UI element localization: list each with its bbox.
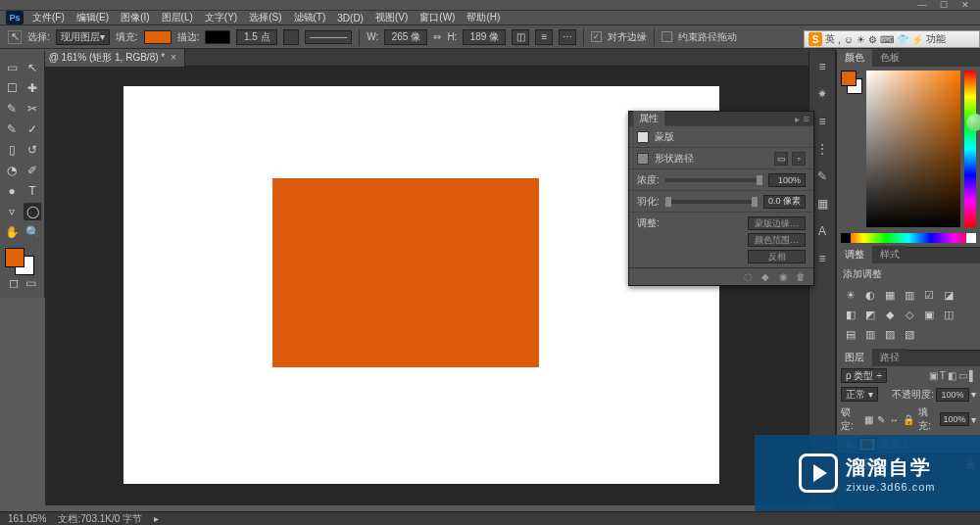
- tool-gradient[interactable]: ✐: [24, 162, 41, 179]
- constrain-checkbox[interactable]: [662, 31, 672, 42]
- ime-keyboard-icon[interactable]: ⌨: [880, 34, 894, 45]
- current-tool-icon[interactable]: ↖: [8, 30, 22, 44]
- menu-filter[interactable]: 滤镜(T): [291, 11, 329, 24]
- maximize-button[interactable]: ☐: [933, 0, 955, 10]
- screenmode-icon[interactable]: ▭: [24, 276, 38, 290]
- tool-direct-select[interactable]: ▿: [3, 203, 21, 220]
- menu-image[interactable]: 图像(I): [118, 11, 152, 24]
- adj-hue-icon[interactable]: ◪: [941, 287, 956, 303]
- menu-3d[interactable]: 3D(D): [334, 13, 367, 24]
- adj-color-lookup-icon[interactable]: ◇: [902, 307, 917, 322]
- tool-pen[interactable]: ●: [3, 182, 21, 200]
- density-value[interactable]: 100%: [768, 173, 806, 187]
- filter-pixel-icon[interactable]: ▣: [929, 370, 938, 381]
- delete-mask-icon[interactable]: 🗑: [794, 270, 808, 284]
- adj-bw-icon[interactable]: ◧: [843, 307, 858, 322]
- menu-help[interactable]: 帮助(H): [464, 11, 503, 24]
- adj-vibrance-icon[interactable]: ☑: [921, 287, 937, 303]
- ime-toolbar[interactable]: S 英 , ☺ ☀ ⚙ ⌨ 👕 ⚡ 功能: [804, 30, 980, 48]
- fill-opacity-field[interactable]: 100%: [940, 412, 969, 426]
- properties-panel[interactable]: 属性 ▸ ≡ 蒙版 形状路径 ▭ ▫ 浓度: 100% 羽化: 0.0 像素 调…: [628, 111, 814, 286]
- blend-mode-dropdown[interactable]: 正常 ▾: [841, 387, 878, 402]
- dock-info-icon[interactable]: ⋮: [812, 139, 832, 159]
- tool-lasso[interactable]: ✚: [24, 79, 41, 97]
- tool-crop[interactable]: ✎: [3, 100, 21, 118]
- toggle-mask-icon[interactable]: ◉: [776, 270, 790, 284]
- dock-pen-icon[interactable]: ✎: [812, 167, 832, 186]
- layer-kind-dropdown[interactable]: ρ 类型 ÷: [841, 368, 887, 383]
- adj-invert-icon[interactable]: ▣: [921, 307, 937, 322]
- adj-threshold-icon[interactable]: ▤: [843, 326, 858, 342]
- invert-button[interactable]: 反相: [748, 250, 806, 263]
- tool-move[interactable]: ▭: [3, 59, 21, 76]
- styles-tab[interactable]: 样式: [872, 246, 907, 263]
- ime-gear-icon[interactable]: ⚙: [868, 34, 877, 45]
- tool-eraser[interactable]: ◔: [3, 162, 21, 179]
- color-range-button[interactable]: 颜色范围…: [748, 233, 806, 247]
- fill-color-swatch[interactable]: [144, 30, 172, 44]
- rectangle-shape[interactable]: [272, 178, 539, 367]
- menu-type[interactable]: 文字(Y): [202, 11, 240, 24]
- stroke-color-swatch[interactable]: [205, 30, 230, 44]
- color-tab[interactable]: 颜色: [837, 49, 872, 67]
- stroke-weight-field[interactable]: 1.5 点: [236, 29, 277, 45]
- spectrum-bar[interactable]: [841, 233, 976, 243]
- filter-toggle-icon[interactable]: ▌: [969, 370, 976, 381]
- quickmask-icon[interactable]: ◻: [7, 276, 21, 290]
- status-more-icon[interactable]: ▸: [154, 513, 159, 524]
- height-field[interactable]: 189 像: [463, 29, 506, 45]
- mask-link-icon[interactable]: ▫: [792, 152, 806, 166]
- menu-view[interactable]: 视图(V): [372, 11, 411, 24]
- load-selection-icon[interactable]: ◌: [741, 270, 755, 284]
- menu-select[interactable]: 选择(S): [246, 11, 284, 24]
- tool-path-select[interactable]: ↖: [24, 59, 41, 76]
- path-arrange-icon[interactable]: ≡: [535, 29, 553, 45]
- swatches-tab[interactable]: 色板: [872, 49, 907, 67]
- layers-tab[interactable]: 图层: [837, 349, 872, 366]
- ime-face-icon[interactable]: ☺: [844, 34, 854, 45]
- color-field[interactable]: [866, 71, 960, 227]
- stroke-weight-stepper[interactable]: [283, 29, 299, 45]
- color-fgbg-icon[interactable]: [841, 71, 862, 100]
- mask-edge-button[interactable]: 蒙版边缘…: [748, 216, 806, 230]
- dock-pattern-icon[interactable]: ▦: [812, 194, 832, 214]
- path-options-icon[interactable]: ⋯: [559, 29, 576, 45]
- properties-header[interactable]: 属性 ▸ ≡: [629, 112, 813, 125]
- ime-sun-icon[interactable]: ☀: [857, 34, 865, 45]
- ime-skin-icon[interactable]: 👕: [897, 34, 908, 45]
- stroke-style-dropdown[interactable]: [305, 30, 352, 44]
- color-swatches[interactable]: [3, 248, 41, 273]
- adj-posterize-icon[interactable]: ◫: [941, 307, 956, 322]
- dock-actions-icon[interactable]: ≡: [812, 112, 832, 131]
- dock-brush-icon[interactable]: ✷: [812, 84, 832, 104]
- width-field[interactable]: 265 像: [384, 29, 427, 45]
- ime-lang[interactable]: 英: [825, 32, 835, 46]
- dock-paragraph-icon[interactable]: ≡: [812, 249, 832, 268]
- tool-type[interactable]: T: [24, 182, 41, 200]
- adj-levels-icon[interactable]: ◐: [862, 287, 878, 303]
- link-wh-icon[interactable]: ⇔: [433, 31, 441, 42]
- zoom-level[interactable]: 161.05%: [8, 513, 46, 524]
- apply-mask-icon[interactable]: ◆: [759, 270, 772, 284]
- notification-ball-icon[interactable]: [966, 114, 980, 131]
- filter-shape-icon[interactable]: ▭: [958, 370, 967, 381]
- tool-hand[interactable]: ✋: [3, 223, 21, 241]
- ime-bolt-icon[interactable]: ⚡: [911, 34, 923, 45]
- tool-clone[interactable]: ↺: [24, 141, 41, 159]
- feather-slider[interactable]: [665, 200, 758, 204]
- adj-more-icon[interactable]: ▧: [902, 326, 917, 342]
- tool-eyedropper[interactable]: ✎: [3, 120, 21, 138]
- adjustments-tab[interactable]: 调整: [837, 246, 872, 263]
- filter-adjust-icon[interactable]: ◧: [948, 370, 956, 381]
- align-edges-checkbox[interactable]: ✓: [591, 31, 602, 42]
- dock-char-icon[interactable]: A: [812, 221, 832, 241]
- close-button[interactable]: ✕: [955, 0, 976, 10]
- dock-history-icon[interactable]: ≡: [812, 57, 832, 76]
- close-tab-icon[interactable]: ×: [171, 52, 176, 63]
- menu-file[interactable]: 文件(F): [29, 11, 68, 24]
- lock-position-icon[interactable]: ↔: [889, 414, 899, 425]
- menu-layer[interactable]: 图层(L): [159, 11, 196, 24]
- menu-edit[interactable]: 编辑(E): [74, 11, 112, 24]
- feather-value[interactable]: 0.0 像素: [763, 195, 806, 209]
- adj-gradientmap-icon[interactable]: ▥: [862, 326, 878, 342]
